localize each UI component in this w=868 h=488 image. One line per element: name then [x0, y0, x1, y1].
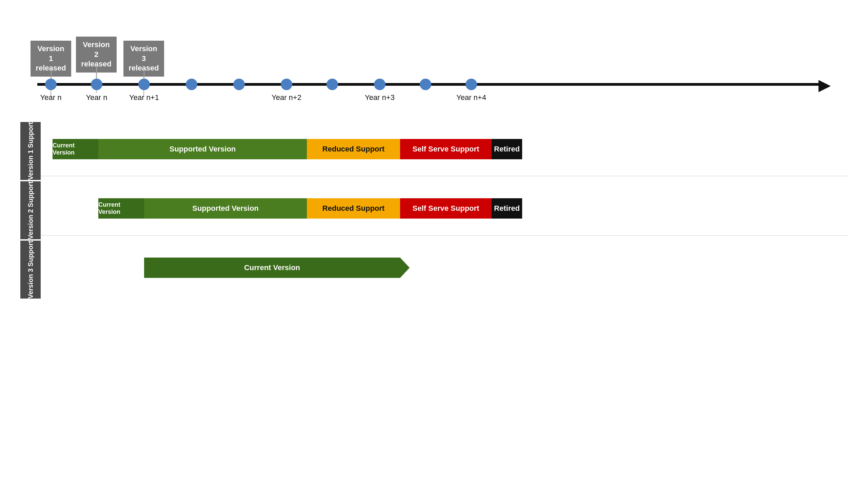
- dot-7: [327, 79, 338, 90]
- v1-row-content: Current Version Supported Version Reduce…: [41, 122, 848, 176]
- v1-support-row: Version 1 Support Current Version Suppor…: [20, 122, 848, 180]
- v3-row-content: Current Version: [41, 241, 848, 295]
- year-n3: Year n+3: [365, 93, 395, 102]
- year-n-1: Year n: [40, 93, 62, 102]
- main-container: Version 1released Version 2released Vers…: [0, 0, 868, 320]
- year-n4: Year n+4: [456, 93, 486, 102]
- v1-supported-bar: Supported Version: [98, 139, 307, 159]
- timeline-arrow: [818, 80, 831, 92]
- v2-supported-bar: Supported Version: [144, 198, 307, 219]
- v1-selfserve-bar: Self Serve Support: [400, 139, 492, 159]
- v3-current-bar: Current Version: [144, 258, 400, 278]
- v2-retired-bar: Retired: [492, 198, 522, 219]
- v3-support-row: Version 3 Support Current Version: [20, 241, 848, 299]
- year-n1: Year n+1: [129, 93, 159, 102]
- v1-row-label: Version 1 Support: [20, 122, 41, 180]
- dot-1: [45, 79, 57, 90]
- dot-2: [91, 79, 102, 90]
- year-n-2: Year n: [86, 93, 107, 102]
- v2-row-content: Current Version Supported Version Reduce…: [41, 181, 848, 236]
- year-n2: Year n+2: [272, 93, 301, 102]
- v3-label-text: Version 3 Support: [27, 241, 35, 299]
- dot-5: [233, 79, 245, 90]
- v2-reduced-bar: Reduced Support: [307, 198, 400, 219]
- dot-9: [420, 79, 431, 90]
- v1-current-bar: Current Version: [53, 139, 98, 159]
- dot-6: [281, 79, 292, 90]
- v2-current-bar: Current Version: [98, 198, 144, 219]
- v2-selfserve-bar: Self Serve Support: [400, 198, 492, 219]
- v2-label-text: Version 2 Support: [27, 181, 35, 239]
- dot-10: [466, 79, 477, 90]
- dot-3: [138, 79, 150, 90]
- v1-retired-bar: Retired: [492, 139, 522, 159]
- dot-8: [374, 79, 386, 90]
- timeline-section: Version 1released Version 2released Vers…: [20, 20, 848, 115]
- v3-row-label: Version 3 Support: [20, 241, 41, 299]
- v2-support-row: Version 2 Support Current Version Suppor…: [20, 181, 848, 239]
- v1-reduced-bar: Reduced Support: [307, 139, 400, 159]
- v2-row-label: Version 2 Support: [20, 181, 41, 239]
- v1-label-text: Version 1 Support: [27, 122, 35, 180]
- dot-4: [186, 79, 197, 90]
